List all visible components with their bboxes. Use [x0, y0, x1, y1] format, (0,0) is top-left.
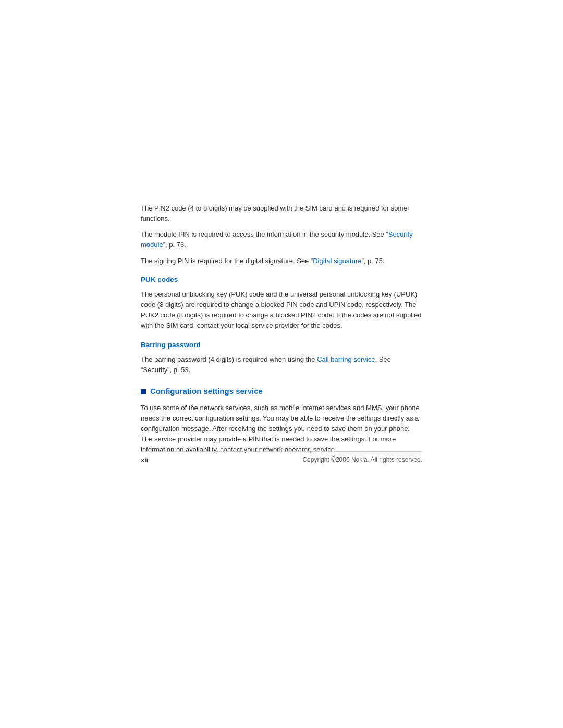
config-settings-body: To use some of the network services, suc…: [141, 403, 422, 455]
copyright-text: Copyright ©2006 Nokia. All rights reserv…: [302, 455, 422, 464]
square-bullet-icon: [141, 389, 146, 394]
signing-pin-paragraph: The signing PIN is required for the digi…: [141, 256, 422, 266]
barring-password-heading: Barring password: [141, 340, 422, 350]
pin2-paragraph: The PIN2 code (4 to 8 digits) may be sup…: [141, 203, 422, 224]
barring-password-body: The barring password (4 digits) is requi…: [141, 354, 422, 375]
module-pin-paragraph: The module PIN is required to access the…: [141, 229, 422, 250]
puk-codes-heading: PUK codes: [141, 275, 422, 285]
config-settings-heading: Configuration settings service: [141, 386, 422, 398]
puk-codes-body: The personal unblocking key (PUK) code a…: [141, 289, 422, 331]
content-area: The PIN2 code (4 to 8 digits) may be sup…: [141, 203, 422, 460]
page-number: xii: [141, 455, 148, 465]
page: The PIN2 code (4 to 8 digits) may be sup…: [0, 0, 563, 728]
digital-signature-link[interactable]: Digital signature: [313, 257, 361, 265]
call-barring-link[interactable]: Call barring service: [317, 355, 375, 363]
footer-bar: xii Copyright ©2006 Nokia. All rights re…: [141, 451, 422, 465]
